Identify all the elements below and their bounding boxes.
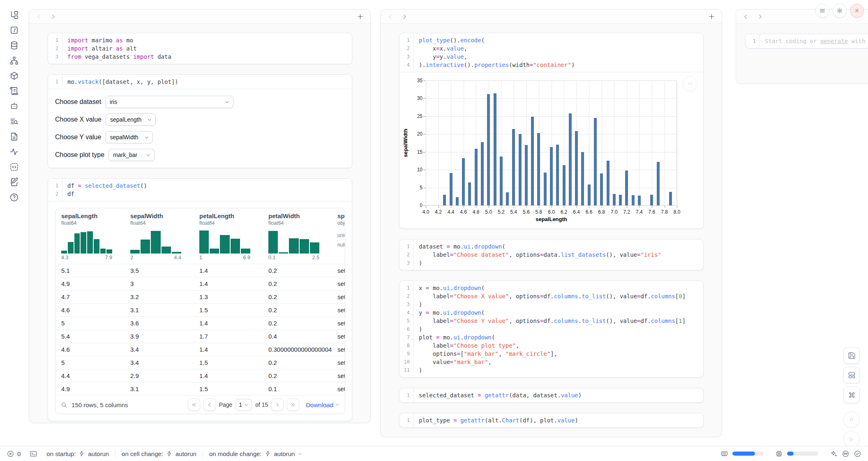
- code-editor[interactable]: 1plot_type().encode(2 x=x.value,3 y=y.va…: [399, 33, 703, 72]
- fold-chevron-icon[interactable]: [411, 288, 414, 292]
- imports-cell[interactable]: 1import marimo as mo2import altair as al…: [48, 33, 352, 64]
- runtime-config-1[interactable]: on startup:autorun: [46, 450, 109, 457]
- last-page-button[interactable]: [287, 399, 299, 411]
- code-editor[interactable]: 1dataset = mo.ui.dropdown(2 label="Choos…: [399, 240, 703, 270]
- play-button[interactable]: [843, 431, 860, 447]
- runtime-config-3[interactable]: on module change:autorun: [209, 450, 303, 457]
- table-cell: setosa: [337, 333, 345, 340]
- dataframe-cell[interactable]: 1df = selected_dataset()2dfsepalLengthfl…: [48, 178, 352, 421]
- dropdown-select[interactable]: iris: [105, 96, 233, 108]
- x-tick-label: 7.4: [636, 209, 643, 215]
- bot-message-icon[interactable]: [9, 101, 19, 111]
- scroll-text-icon[interactable]: [9, 86, 19, 96]
- file-tree-icon[interactable]: [9, 10, 19, 20]
- chart-bar: [569, 113, 572, 205]
- add-column-icon[interactable]: [708, 13, 715, 20]
- error-count-button[interactable]: 0: [7, 450, 21, 458]
- dropdown-select[interactable]: sepalWidth: [105, 131, 153, 143]
- chevron-down-icon: [144, 135, 149, 140]
- copilot-icon[interactable]: [842, 450, 850, 458]
- plot-cell[interactable]: 1plot_type().encode(2 x=x.value,3 y=y.va…: [399, 33, 704, 229]
- table-cell: setosa: [337, 307, 345, 313]
- menu-button[interactable]: [815, 4, 829, 18]
- column-dtype: object: [337, 220, 345, 226]
- first-page-button[interactable]: [188, 399, 200, 411]
- chevron-right-icon[interactable]: [402, 14, 408, 20]
- scratchpad-cell[interactable]: 1 Start coding or generate with: [745, 34, 868, 48]
- dropdown-select[interactable]: mark_bar: [108, 149, 155, 161]
- chevron-right-icon[interactable]: [757, 14, 763, 20]
- next-page-button[interactable]: [271, 399, 284, 411]
- terminal-button[interactable]: [30, 450, 37, 458]
- chevron-right-icon[interactable]: [50, 14, 56, 20]
- layout-button[interactable]: [843, 367, 860, 383]
- fold-chevron-icon[interactable]: [411, 41, 414, 44]
- code-editor[interactable]: 1x = mo.ui.dropdown(2 label="Choose X va…: [399, 281, 703, 377]
- dataset-dropdown-cell[interactable]: 1dataset = mo.ui.dropdown(2 label="Choos…: [399, 239, 704, 270]
- add-column-icon[interactable]: [357, 13, 364, 20]
- vstack-cell[interactable]: 1mo.vstack([dataset, x, y, plot])Choose …: [48, 74, 352, 168]
- code-snippet-icon[interactable]: [9, 162, 19, 172]
- plot-type-cell[interactable]: 1plot_type = getattr(alt.Chart(df), plot…: [399, 413, 704, 428]
- log-search-icon[interactable]: [9, 116, 19, 126]
- chevron-left-icon[interactable]: [743, 14, 749, 20]
- line-number: 2: [399, 44, 413, 53]
- table-column-header[interactable]: sepalWidthfloat6424.4: [130, 212, 199, 260]
- gear-button[interactable]: [833, 4, 847, 18]
- code-line: 3): [399, 300, 703, 309]
- table-row: 4.63.11.50.2setosa: [55, 303, 345, 316]
- save-button[interactable]: [843, 347, 860, 364]
- x-tick-label: 5.8: [536, 209, 542, 215]
- fold-chevron-icon[interactable]: [411, 313, 414, 316]
- code-editor[interactable]: 1df = selected_dataset()2df: [48, 179, 352, 201]
- table-column-header[interactable]: petalWidthfloat640.12.5: [268, 212, 337, 260]
- close-button[interactable]: [850, 4, 864, 18]
- runtime-config-2[interactable]: on cell change:autorun: [122, 450, 196, 457]
- prev-page-button[interactable]: [203, 399, 216, 411]
- table-cell: 5: [61, 359, 130, 366]
- page-value: 1: [239, 401, 242, 408]
- download-button[interactable]: Download: [306, 401, 340, 408]
- connection-check-icon[interactable]: [854, 450, 861, 458]
- table-cell: 0.1: [268, 385, 337, 392]
- package-icon[interactable]: [9, 71, 19, 81]
- function-square-icon[interactable]: f: [9, 25, 19, 35]
- fold-chevron-icon[interactable]: [411, 338, 414, 341]
- workflow-icon[interactable]: [9, 55, 19, 65]
- line-number: 1: [399, 36, 413, 44]
- notebook-pen-icon[interactable]: [9, 177, 19, 187]
- page-select[interactable]: 1: [235, 399, 252, 410]
- selected-dataset-cell[interactable]: 1selected_dataset = getattr(data, datase…: [399, 388, 704, 403]
- table-column-header[interactable]: sepalLengthfloat644.37.9: [61, 212, 130, 260]
- command-button[interactable]: [843, 387, 860, 403]
- xy-plot-dropdowns-cell[interactable]: 1x = mo.ui.dropdown(2 label="Choose X va…: [399, 281, 704, 378]
- y-tick-label: 25: [404, 113, 422, 119]
- help-circle-icon[interactable]: [9, 192, 19, 202]
- code-line: 3): [399, 259, 703, 267]
- search-icon[interactable]: [60, 401, 67, 408]
- database-icon[interactable]: [9, 40, 19, 50]
- chart-bar: [512, 129, 515, 205]
- table-footer: 150 rows, 5 columnsPage1of 15Download: [55, 395, 345, 414]
- code-editor[interactable]: 1import marimo as mo2import altair as al…: [48, 33, 352, 64]
- line-number: 8: [399, 341, 413, 350]
- memory-icon: [720, 450, 728, 458]
- side-toolbar: [843, 347, 860, 447]
- code-editor[interactable]: 1mo.vstack([dataset, x, y, plot]): [48, 75, 352, 89]
- column-name: sepalWidth: [130, 212, 193, 219]
- chart-bar: [531, 117, 534, 205]
- ai-sparkles-icon[interactable]: [830, 450, 838, 458]
- stop-button[interactable]: [843, 411, 860, 428]
- chevron-left-icon[interactable]: [36, 14, 42, 20]
- table-column-header[interactable]: petalLengthfloat6416.9: [199, 212, 268, 260]
- code-editor[interactable]: 1selected_dataset = getattr(data, datase…: [399, 388, 703, 402]
- line-number: 1: [48, 78, 62, 86]
- document-icon[interactable]: [9, 131, 19, 141]
- dropdown-select[interactable]: sepalLength: [106, 113, 156, 126]
- activity-icon[interactable]: [9, 147, 19, 157]
- chevron-left-icon[interactable]: [387, 14, 393, 20]
- fold-chevron-icon[interactable]: [411, 247, 414, 250]
- code-editor[interactable]: 1plot_type = getattr(alt.Chart(df), plot…: [399, 413, 703, 427]
- chart-actions-button[interactable]: [683, 76, 697, 91]
- table-column-header[interactable]: speciesobjectunique:nulls:: [337, 212, 345, 260]
